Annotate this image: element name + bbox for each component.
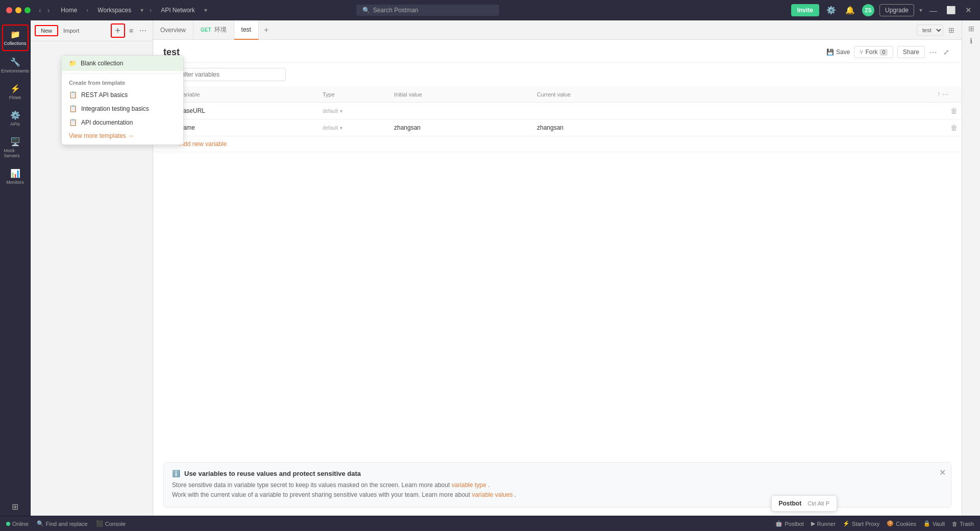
blank-collection-item[interactable]: 📁 Blank collection [62,56,183,71]
trash-button[interactable]: 🗑 Trash [952,521,974,527]
col-header-variable: Variable [174,86,316,103]
tab-add-button[interactable]: + [259,20,274,40]
vault-button[interactable]: 🔒 Vault [923,520,945,527]
banner-info-icon: ℹ️ [172,470,180,477]
type-select-2[interactable]: default ▾ [316,121,388,135]
add-new-variable-button[interactable]: Add new variable [174,136,962,152]
row-type-2[interactable]: default ▾ [316,119,388,136]
sidebar-item-collections[interactable]: 📁 Collections [2,25,29,51]
close-button[interactable] [6,7,12,13]
invite-button[interactable]: Invite [791,4,819,16]
runner-button[interactable]: ▶ Runner [811,520,836,527]
row-initial-2[interactable] [388,119,531,136]
more-options-button[interactable]: ⋯ [929,47,937,57]
home-nav[interactable]: Home [58,6,80,15]
initial-value-input-2[interactable] [388,120,531,135]
row-initial-1[interactable] [388,103,531,119]
tab-overview[interactable]: Overview [153,20,193,40]
import-button[interactable]: Import [60,26,82,35]
start-proxy-button[interactable]: ⚡ Start Proxy [843,520,879,527]
runner-label: Runner [817,521,836,527]
row-current-2[interactable] [531,119,931,136]
share-button[interactable]: Share [897,46,925,58]
postbot-title: Postbot [779,500,802,507]
banner-title-text: Use variables to reuse values and protec… [184,470,361,477]
find-replace-label: Find and replace [46,521,88,527]
cookies-button[interactable]: 🍪 Cookies [887,520,916,527]
minimize-button[interactable] [15,7,21,13]
row-variable-2[interactable] [174,119,316,136]
tab-test[interactable]: test [234,20,259,40]
find-replace-button[interactable]: 🔍 Find and replace [37,520,88,527]
statusbar-right: 🤖 Postbot ▶ Runner ⚡ Start Proxy 🍪 Cooki… [775,520,974,527]
col-actions-more-icon[interactable]: ⋯ [942,90,949,98]
tab-get[interactable]: GET 环境 [193,20,234,40]
sidebar-item-monitors[interactable]: 📊 Monitors [2,164,29,189]
sidebar-item-apis[interactable]: ⚙️ APIs [2,106,29,131]
window-controls [6,7,31,13]
current-value-input-1[interactable] [531,103,931,118]
layout-toggle-button[interactable]: ⊞ [946,25,957,35]
workspaces-nav[interactable]: Workspaces [94,6,134,15]
row-type-1[interactable]: default ▾ [316,103,388,119]
current-value-input-2[interactable] [531,120,931,135]
right-panel-icon[interactable]: ⊞ [968,25,974,33]
type-select-1[interactable]: default ▾ [316,104,388,118]
row-variable-1[interactable] [174,103,316,119]
add-icon[interactable]: + [111,23,125,38]
row-delete-icon-2[interactable]: 🗑 [950,124,958,132]
search-bar[interactable]: 🔍 Search Postman [356,5,499,16]
fork-button[interactable]: ⑂ Fork 0 [854,46,893,58]
banner-close-button[interactable]: ✕ [939,468,946,477]
postbot-status-label: Postbot [785,521,803,527]
minimize-window-icon[interactable]: — [927,5,939,16]
sidebar-item-marketplace[interactable]: ⊞ [2,498,29,516]
right-info-icon[interactable]: ℹ [970,37,972,45]
postbot-status-button[interactable]: 🤖 Postbot [775,520,803,527]
close-window-icon[interactable]: ✕ [963,5,974,16]
template-integration-testing[interactable]: 📋 Integration testing basics [62,102,183,115]
environment-selector[interactable]: test [917,25,943,36]
initial-value-input-1[interactable] [388,103,531,118]
search-placeholder: Search Postman [373,7,419,14]
maximize-panel-icon[interactable]: ⤢ [941,47,951,57]
row-delete-icon[interactable]: 🗑 [950,107,958,115]
banner-variable-type-link[interactable]: variable type [452,481,486,489]
online-status[interactable]: Online [6,521,29,527]
notifications-icon[interactable]: 🔔 [843,5,857,16]
new-button[interactable]: New [35,25,58,36]
upgrade-button[interactable]: Upgrade [879,4,914,16]
sort-icon[interactable]: ↑ [937,90,941,98]
sidebar-item-flows[interactable]: ⚡ Flows [2,80,29,104]
avatar[interactable]: ZS [862,4,874,16]
tab-test-label: test [241,26,251,33]
restore-window-icon[interactable]: ⬜ [944,5,958,16]
upgrade-chevron-icon: ▾ [919,7,922,14]
view-more-templates-link[interactable]: View more templates → [62,129,183,144]
more-icon[interactable]: ⋯ [137,26,149,36]
row-current-1[interactable] [531,103,931,119]
maximize-button[interactable] [24,7,31,13]
filter-input[interactable] [180,71,280,78]
type-chevron2-icon: ▾ [340,125,342,131]
api-network-nav[interactable]: API Network [158,6,198,15]
list-icon[interactable]: ≡ [127,26,135,36]
save-button[interactable]: 💾 Save [826,49,850,56]
nav-separator2: › [150,7,152,14]
table-header-row: Variable Type Initial value Current valu… [153,86,962,103]
template-rest-api[interactable]: 📋 REST API basics [62,88,183,102]
variable-name-input-1[interactable] [174,103,316,118]
template-api-documentation[interactable]: 📋 API documentation [62,115,183,129]
settings-icon[interactable]: ⚙️ [824,5,838,16]
back-button[interactable]: ‹ [37,5,43,15]
sidebar-item-mock-servers[interactable]: 🖥️ Mock Servers [2,133,29,162]
banner-variable-values-link[interactable]: variable values [472,491,512,498]
variable-name-input-2[interactable] [174,120,316,135]
forward-button[interactable]: › [45,5,52,15]
add-variable-row[interactable]: Add new variable [153,136,962,152]
console-button[interactable]: ⬛ Console [96,520,126,527]
template-rest-label: REST API basics [81,91,128,99]
titlebar-right: Invite ⚙️ 🔔 ZS Upgrade ▾ — ⬜ ✕ [791,4,974,16]
nav-separator: › [86,7,88,14]
sidebar-item-environments[interactable]: 🔧 Environments [2,53,29,78]
